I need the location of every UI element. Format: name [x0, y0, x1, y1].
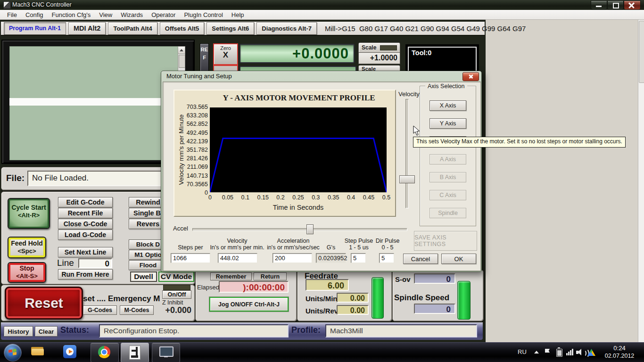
status-label: Status:	[60, 325, 89, 335]
remember-button[interactable]: Remember	[210, 272, 252, 280]
ok-button[interactable]: OK	[441, 254, 476, 264]
window-vertical-scrollbar[interactable]	[638, 20, 644, 342]
profile-polyline	[210, 138, 387, 192]
y-axis-ticks: 070.3565140.713211.069281.426351.782422.…	[184, 104, 208, 196]
spindle-speed-display: 0	[414, 304, 455, 314]
screen-tab[interactable]: Settings Alt6	[206, 22, 254, 35]
x-axis-dro[interactable]: +0.0000	[239, 44, 355, 63]
windows-logo-icon	[8, 349, 17, 356]
menu-item[interactable]: Wizards	[116, 11, 147, 18]
steps-per-label: Steps per	[166, 237, 215, 251]
velocity-slider-thumb[interactable]	[399, 175, 415, 183]
zero-x-button[interactable]: Zero X	[213, 43, 238, 65]
dialog-close-button[interactable]	[462, 72, 479, 81]
velocity-slider-track[interactable]	[405, 99, 409, 208]
dir-pulse-input[interactable]: 5	[379, 253, 394, 263]
menu-item[interactable]: Help	[227, 11, 248, 18]
menu-item[interactable]: File	[3, 11, 21, 18]
axis-select-button[interactable]: B Axis	[429, 172, 466, 182]
screen-tab[interactable]: Offsets Alt5	[160, 22, 204, 35]
taskbar-explorer-icon[interactable]	[31, 346, 45, 358]
feed-hold-button[interactable]: Feed Hold <Spc>	[8, 237, 46, 258]
velocity-input[interactable]: 448.02	[218, 253, 257, 263]
velocity-profile-line	[210, 107, 387, 192]
acceleration-input[interactable]: 200	[272, 253, 312, 263]
menu-item[interactable]: Operator	[147, 11, 180, 18]
gcodes-button[interactable]: G-Codes	[83, 305, 117, 315]
reset-button[interactable]: Reset	[5, 287, 83, 320]
z-inhibit-value: +0.000	[160, 305, 191, 315]
mach3-icon	[129, 346, 140, 360]
profile-name: Mach3Mill	[325, 324, 477, 337]
cycle-start-button[interactable]: Cycle Start <Alt-R>	[8, 198, 50, 229]
maximize-button[interactable]	[607, 0, 624, 10]
network-signal-icon[interactable]	[566, 349, 573, 355]
minimize-button[interactable]	[591, 0, 607, 10]
screen-tab[interactable]: Diagnostics Alt-7	[256, 22, 317, 35]
battery-icon[interactable]	[556, 349, 562, 357]
gcode-action-button[interactable]: Edit G-Code	[58, 197, 113, 207]
cancel-button[interactable]: Cancel	[403, 254, 438, 264]
gs-field-label: G's	[316, 237, 346, 251]
accel-slider-thumb[interactable]	[306, 224, 314, 234]
cv-mode-indicator[interactable]: CV Mode	[158, 272, 194, 282]
spindle-override-bar[interactable]	[457, 281, 471, 320]
dwell-indicator[interactable]: Dwell	[130, 272, 157, 282]
step-pulse-input[interactable]: 5	[351, 253, 366, 263]
menu-item[interactable]: PlugIn Control	[180, 11, 227, 18]
elapsed-label: Elapsed	[197, 284, 219, 291]
scale-dro[interactable]: +1.0000	[358, 53, 400, 64]
axis-select-button[interactable]: Spindle	[429, 208, 466, 218]
save-axis-settings-button[interactable]: SAVE AXIS SETTINGS	[414, 231, 477, 251]
menu-item[interactable]: View	[95, 11, 116, 18]
stop-button[interactable]: Stop <Alt-S>	[8, 262, 46, 283]
screen-tab[interactable]: Program Run Alt-1	[4, 22, 66, 35]
accel-slider-track[interactable]	[192, 228, 407, 231]
screen-tabs: Program Run Alt-1MDI Alt2ToolPath Alt4Of…	[1, 22, 485, 36]
set-next-line-button[interactable]: Set Next Line	[58, 247, 113, 257]
x-tick-label: 0.15	[254, 194, 272, 201]
run-from-here-button[interactable]: Run From Here	[58, 269, 113, 280]
taskbar-mach3-button[interactable]	[121, 343, 149, 362]
tray-expand-icon[interactable]	[534, 351, 539, 354]
onoff-button[interactable]: On/Off	[162, 290, 191, 299]
active-gcode-modes: Mill->G15 G80 G17 G40 G21 G90 G94 G54 G4…	[325, 25, 526, 33]
history-button[interactable]: History	[4, 326, 33, 337]
emergency-marquee-text: set .... Emergency M	[83, 294, 161, 304]
gcode-current-line-highlight	[9, 98, 177, 106]
y-tick-label: 211.069	[187, 164, 208, 170]
gcode-action-button[interactable]: Close G-Code	[58, 219, 113, 229]
axis-select-button[interactable]: Y Axis	[429, 118, 466, 129]
tray-clock[interactable]: 0:24 02.07.2012	[599, 345, 640, 360]
screen-tab[interactable]: MDI Alt2	[68, 22, 106, 35]
axis-select-button[interactable]: X Axis	[429, 100, 466, 111]
gcode-action-button[interactable]: Recent File	[58, 208, 113, 218]
z-inhibit-label: Z Inhibit	[162, 299, 183, 306]
scrollbar-thumb[interactable]	[639, 21, 644, 83]
gcode-button-column: Edit G-CodeRecent FileClose G-CodeLoad G…	[58, 197, 113, 240]
menu-item[interactable]: Config	[21, 11, 48, 18]
return-button[interactable]: Return	[254, 272, 287, 280]
clear-button[interactable]: Clear	[35, 326, 58, 337]
gcode-scrollbar-thumb[interactable]	[179, 55, 185, 68]
steps-per-input[interactable]: 1066	[171, 253, 210, 263]
taskbar-vnc-button[interactable]	[152, 343, 180, 362]
feedrate-override-bar[interactable]	[372, 277, 384, 319]
tray-language-indicator[interactable]: RU	[518, 348, 527, 355]
start-button[interactable]	[4, 344, 22, 362]
gcode-action-button[interactable]: Load G-Code	[58, 230, 113, 240]
axis-select-button[interactable]: A Axis	[429, 154, 466, 165]
screen-tab[interactable]: ToolPath Alt4	[108, 22, 157, 35]
y-tick-label: 351.782	[187, 147, 208, 153]
volume-icon[interactable]	[576, 349, 586, 356]
close-button[interactable]	[624, 0, 641, 10]
mcodes-button[interactable]: M-Codes	[120, 305, 154, 315]
line-label: Line	[57, 258, 74, 268]
jog-onoff-button[interactable]: Jog ON/OFF Ctrl-Alt-J	[209, 297, 289, 312]
menu-item[interactable]: Function Cfg's	[48, 11, 95, 18]
taskbar-chrome-button[interactable]	[91, 343, 119, 362]
scroll-up-arrow-icon[interactable]	[178, 47, 185, 54]
x-tick-label: 0.05	[219, 194, 236, 201]
axis-select-button[interactable]: C Axis	[429, 190, 466, 200]
taskbar-media-player-icon[interactable]	[63, 345, 76, 358]
